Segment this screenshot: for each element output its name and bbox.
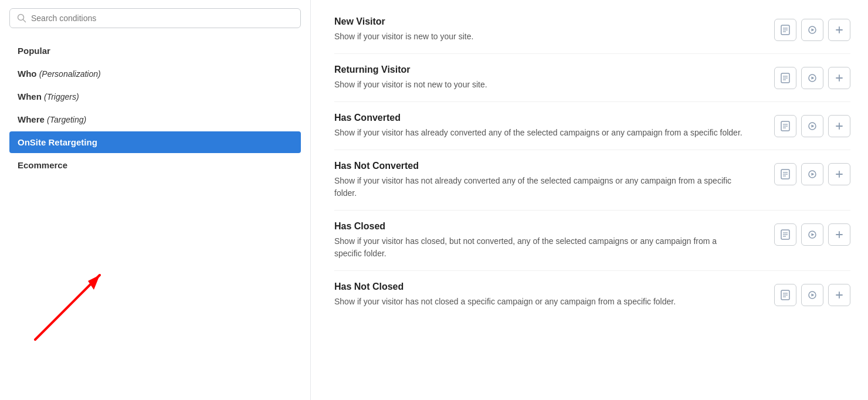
- nav-label-who-italic: (Personalization): [39, 69, 101, 79]
- main-content: New Visitor Show if your visitor is new …: [311, 0, 868, 400]
- nav-label-where-italic: (Targeting): [47, 115, 86, 124]
- condition-has-not-converted: Has Not Converted Show if your visitor h…: [334, 150, 850, 211]
- doc-icon: [781, 229, 790, 240]
- svg-line-2: [35, 275, 100, 340]
- doc-icon: [781, 73, 790, 83]
- svg-line-1: [23, 20, 26, 22]
- search-icon: [17, 13, 26, 23]
- condition-actions-has-not-closed: [774, 284, 850, 306]
- play-button-new-visitor[interactable]: [801, 19, 823, 41]
- condition-has-converted: Has Converted Show if your visitor has a…: [334, 102, 850, 150]
- play-button-has-not-closed[interactable]: [801, 284, 823, 306]
- plus-icon: [835, 122, 843, 130]
- condition-title-has-closed: Has Closed: [334, 221, 745, 232]
- sidebar-item-popular[interactable]: Popular: [9, 40, 301, 62]
- condition-title-has-converted: Has Converted: [334, 113, 745, 123]
- svg-marker-3: [88, 275, 100, 290]
- condition-title-has-not-converted: Has Not Converted: [334, 161, 745, 171]
- svg-marker-25: [812, 125, 815, 128]
- nav-label-onsite: OnSite Retargeting: [18, 137, 97, 147]
- add-button-returning-visitor[interactable]: [828, 67, 850, 89]
- condition-title-new-visitor: New Visitor: [334, 16, 745, 27]
- nav-label-when-italic: (Triggers): [44, 92, 79, 101]
- doc-icon: [781, 25, 790, 35]
- add-button-has-not-converted[interactable]: [828, 163, 850, 185]
- play-icon: [808, 170, 816, 178]
- doc-button-has-converted[interactable]: [774, 115, 796, 137]
- add-button-has-closed[interactable]: [828, 223, 850, 246]
- add-button-new-visitor[interactable]: [828, 19, 850, 41]
- condition-info-has-not-closed: Has Not Closed Show if your visitor has …: [334, 282, 745, 308]
- add-button-has-not-closed[interactable]: [828, 284, 850, 306]
- condition-desc-returning-visitor: Show if your visitor is not new to your …: [334, 79, 745, 91]
- condition-info-has-closed: Has Closed Show if your visitor has clos…: [334, 221, 745, 260]
- nav-label-popular: Popular: [18, 46, 50, 56]
- nav-label-ecommerce: Ecommerce: [18, 160, 67, 170]
- doc-icon: [781, 121, 790, 131]
- search-container: [9, 8, 301, 28]
- play-icon: [808, 291, 816, 299]
- plus-icon: [835, 291, 843, 299]
- condition-info-has-not-converted: Has Not Converted Show if your visitor h…: [334, 161, 745, 199]
- condition-desc-has-not-closed: Show if your visitor has not closed a sp…: [334, 296, 745, 308]
- arrow-annotation: [23, 257, 117, 353]
- search-input[interactable]: [31, 13, 293, 23]
- play-icon: [808, 230, 816, 239]
- plus-icon: [835, 74, 843, 82]
- condition-info-has-converted: Has Converted Show if your visitor has a…: [334, 113, 745, 139]
- doc-button-returning-visitor[interactable]: [774, 67, 796, 89]
- doc-button-has-not-converted[interactable]: [774, 163, 796, 185]
- play-icon: [808, 74, 816, 82]
- condition-title-has-not-closed: Has Not Closed: [334, 282, 745, 292]
- condition-info-new-visitor: New Visitor Show if your visitor is new …: [334, 16, 745, 43]
- svg-marker-33: [812, 173, 815, 176]
- svg-marker-41: [812, 233, 815, 236]
- svg-marker-49: [812, 294, 815, 297]
- play-button-has-not-converted[interactable]: [801, 163, 823, 185]
- condition-title-returning-visitor: Returning Visitor: [334, 65, 745, 75]
- nav-label-where-bold: Where: [18, 114, 45, 124]
- doc-button-has-not-closed[interactable]: [774, 284, 796, 306]
- svg-marker-17: [812, 77, 815, 80]
- plus-icon: [835, 26, 843, 34]
- condition-has-not-closed: Has Not Closed Show if your visitor has …: [334, 271, 850, 318]
- condition-desc-has-closed: Show if your visitor has closed, but not…: [334, 235, 745, 260]
- condition-returning-visitor: Returning Visitor Show if your visitor i…: [334, 54, 850, 102]
- plus-icon: [835, 170, 843, 178]
- condition-actions-new-visitor: [774, 19, 850, 41]
- condition-actions-returning-visitor: [774, 67, 850, 89]
- doc-button-has-closed[interactable]: [774, 223, 796, 246]
- sidebar-item-ecommerce[interactable]: Ecommerce: [9, 154, 301, 176]
- condition-desc-has-converted: Show if your visitor has already convert…: [334, 127, 745, 139]
- condition-actions-has-closed: [774, 223, 850, 246]
- sidebar-item-onsite[interactable]: OnSite Retargeting: [9, 131, 301, 153]
- condition-desc-new-visitor: Show if your visitor is new to your site…: [334, 30, 745, 43]
- sidebar-item-where[interactable]: Where (Targeting): [9, 109, 301, 130]
- play-button-has-closed[interactable]: [801, 223, 823, 246]
- doc-button-new-visitor[interactable]: [774, 19, 796, 41]
- svg-marker-9: [812, 29, 815, 32]
- add-button-has-converted[interactable]: [828, 115, 850, 137]
- sidebar-item-when[interactable]: When (Triggers): [9, 86, 301, 107]
- play-icon: [808, 122, 816, 130]
- nav-label-when-bold: When: [18, 91, 42, 101]
- condition-desc-has-not-converted: Show if your visitor has not already con…: [334, 175, 745, 199]
- nav-label-who-bold: Who: [18, 69, 36, 79]
- play-icon: [808, 26, 816, 34]
- condition-new-visitor: New Visitor Show if your visitor is new …: [334, 6, 850, 54]
- sidebar-item-who[interactable]: Who (Personalization): [9, 63, 301, 84]
- sidebar: Popular Who (Personalization) When (Trig…: [0, 0, 311, 400]
- condition-info-returning-visitor: Returning Visitor Show if your visitor i…: [334, 65, 745, 91]
- play-button-has-converted[interactable]: [801, 115, 823, 137]
- nav-list: Popular Who (Personalization) When (Trig…: [9, 40, 301, 176]
- play-button-returning-visitor[interactable]: [801, 67, 823, 89]
- plus-icon: [835, 230, 843, 239]
- doc-icon: [781, 290, 790, 300]
- condition-actions-has-converted: [774, 115, 850, 137]
- doc-icon: [781, 169, 790, 179]
- condition-actions-has-not-converted: [774, 163, 850, 185]
- condition-has-closed: Has Closed Show if your visitor has clos…: [334, 211, 850, 271]
